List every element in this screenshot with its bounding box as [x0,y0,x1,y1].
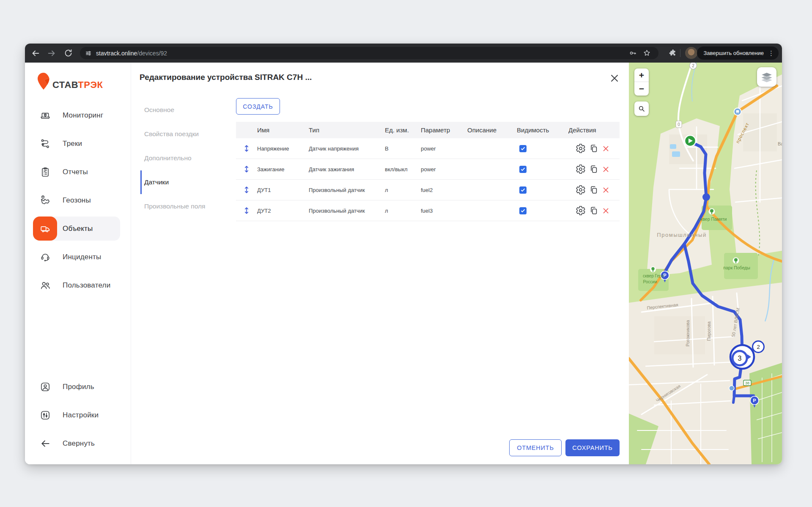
drag-handle-icon[interactable] [236,185,257,195]
browser-toolbar: stavtrack.online/devices/92 Завершить об… [25,44,782,63]
logo-text-dark: СТАВ [52,79,78,90]
sensor-row: ДУТ2 Произвольный датчик л fuel3 [236,200,620,221]
sensor-delete-icon[interactable] [602,165,610,173]
back-icon[interactable] [31,49,40,58]
km-zero-marker: 0 [676,121,682,128]
sidebar-footer-nav: Профиль Настройки Свернуть [25,375,120,455]
map[interactable]: P P 0 [629,63,782,464]
editor-tab[interactable]: Свойства поездки [140,122,238,146]
reload-icon[interactable] [64,49,73,58]
sensor-delete-icon[interactable] [602,207,610,215]
sensor-name: ДУТ1 [257,187,309,193]
forward-icon[interactable] [47,49,56,58]
map-label: России [643,280,657,284]
password-key-icon[interactable] [629,49,637,57]
sidebar-item-label: Профиль [63,383,94,391]
sidebar-item-label: Отчеты [63,168,88,176]
collapse-icon [33,431,57,455]
editor-tab[interactable]: Основное [140,98,238,122]
sensor-delete-icon[interactable] [602,145,610,153]
toolbar-divider [680,49,680,57]
visibility-checkbox[interactable] [519,186,527,194]
save-button[interactable]: СОХРАНИТЬ [565,439,620,456]
sidebar-item[interactable]: Объекты [33,217,120,241]
sidebar-item-label: Настройки [63,411,99,419]
map-label: Рогожникова [685,320,690,346]
sidebar-footer-item[interactable]: Настройки [33,403,120,427]
map-label: Промышленный [657,232,707,238]
profile-avatar[interactable] [685,47,697,59]
sensor-row: Напряжение Датчик напряжения В power [236,138,620,159]
sensor-copy-icon[interactable] [589,206,598,215]
close-icon[interactable] [609,73,620,83]
road-shield-38: 38 [743,380,751,386]
sensor-copy-icon[interactable] [589,185,598,195]
editor-tab[interactable]: Датчики [140,170,238,194]
sidebar-item[interactable]: Пользователи [33,273,120,297]
sensor-unit: вкл/выкл [385,166,421,173]
map-layers-button[interactable] [757,67,776,87]
map-zoom-control: + − [634,69,649,96]
editor-tab[interactable]: Дополнительно [140,146,238,170]
svg-text:38: 38 [745,381,749,385]
tracks-icon [33,132,57,156]
sidebar-item-label: Пользователи [63,281,110,290]
sensor-unit: л [385,187,421,193]
sidebar-item[interactable]: Геозоны [33,188,120,212]
sensor-settings-gear-icon[interactable] [576,164,586,174]
finish-update-button[interactable]: Завершить обновление ⋮ [697,47,779,60]
sensor-settings-gear-icon[interactable] [576,206,586,216]
sensors-table: Имя Тип Ед. изм. Параметр Описание Видим… [236,122,620,221]
zoom-out-button[interactable]: − [634,82,649,96]
drag-handle-icon[interactable] [236,164,257,174]
sidebar-footer-item[interactable]: Профиль [33,375,120,399]
editor-tab-label: Основное [144,106,174,114]
sensor-delete-icon[interactable] [602,186,610,194]
header-actions: Действия [568,126,620,134]
svg-text:P: P [753,398,756,403]
route-start-marker[interactable] [685,135,696,146]
sidebar: СТАВТРЭК Мониторинг Треки [25,63,131,464]
sidebar-item-label: Объекты [63,225,93,233]
address-bar[interactable]: stavtrack.online/devices/92 [80,47,658,59]
sensor-copy-icon[interactable] [589,144,598,153]
sidebar-item[interactable]: Треки [33,132,120,156]
visibility-checkbox[interactable] [519,166,527,173]
map-label: парк Победы [723,265,750,270]
editor-tab[interactable]: Произвольные поля [140,195,238,218]
visibility-checkbox[interactable] [519,207,527,214]
site-info-icon[interactable] [85,50,92,57]
sensor-row: ДУТ1 Произвольный датчик л fuel2 [236,180,620,200]
sensor-copy-icon[interactable] [589,164,598,174]
extensions-puzzle-icon[interactable] [668,49,677,57]
sensor-param: power [421,166,467,173]
drag-handle-icon[interactable] [236,144,257,153]
sensor-type: Произвольный датчик [309,187,385,193]
drag-handle-icon[interactable] [236,206,257,215]
sidebar-footer-item[interactable]: Свернуть [33,431,120,455]
sidebar-item[interactable]: Отчеты [33,160,120,184]
cancel-button[interactable]: ОТМЕНИТЬ [509,439,562,456]
editor-tab-label: Свойства поездки [144,130,199,138]
sensor-name: ДУТ2 [257,208,309,214]
svg-text:3: 3 [738,355,742,362]
bookmark-star-icon[interactable] [643,49,651,57]
sensor-settings-gear-icon[interactable] [576,143,586,153]
zoom-in-button[interactable]: + [634,69,649,82]
map-search-button[interactable] [634,101,649,116]
app-logo: СТАВТРЭК [36,72,103,90]
browser-window: stavtrack.online/devices/92 Завершить об… [25,44,782,464]
sidebar-item[interactable]: Инциденты [33,245,120,269]
visibility-checkbox[interactable] [519,145,527,152]
logo-text-orange: ТРЭК [78,79,103,90]
sensor-param: power [421,145,467,152]
sensor-settings-gear-icon[interactable] [576,185,586,195]
header-unit: Ед. изм. [385,126,421,134]
sidebar-nav: Мониторинг Треки Отчеты Геозоны [25,103,120,297]
sidebar-item[interactable]: Мониторинг [33,103,120,127]
route-node-marker[interactable] [702,193,710,201]
chrome-menu-icon[interactable]: ⋮ [768,49,774,57]
bus-stop-icon [734,108,741,115]
settings-icon [33,403,57,427]
create-sensor-button[interactable]: СОЗДАТЬ [236,98,280,115]
